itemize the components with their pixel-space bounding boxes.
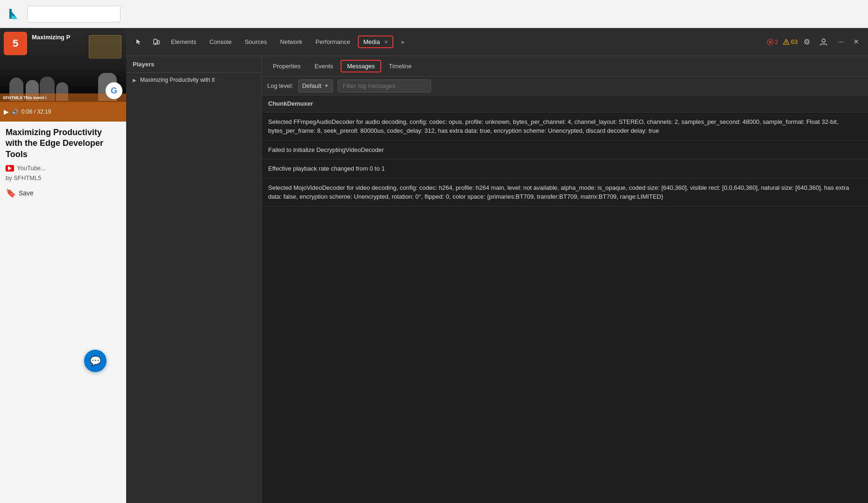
tab-timeline[interactable]: Timeline	[382, 60, 418, 72]
save-button[interactable]: 🔖 Save	[6, 188, 121, 198]
user-button[interactable]	[816, 35, 831, 50]
video-player[interactable]: 5 SFHTML5 This event i G M	[0, 28, 126, 122]
player-arrow-icon: ▶	[133, 78, 136, 83]
error-badge: 2	[767, 38, 778, 45]
tab-events[interactable]: Events	[308, 60, 340, 72]
warn-count: 63	[791, 38, 797, 45]
tab-media[interactable]: Media ×	[358, 36, 394, 48]
tab-elements[interactable]: Elements	[165, 36, 202, 48]
device-toolbar-button[interactable]	[149, 35, 164, 50]
video-title: Maximizing Productivity with the Edge De…	[6, 127, 121, 160]
dropdown-arrow-icon: ▼	[324, 83, 329, 88]
more-options-button[interactable]: ···	[833, 35, 848, 50]
tab-performance[interactable]: Performance	[310, 36, 356, 48]
tab-network[interactable]: Network	[275, 36, 308, 48]
sfhtml5-logo: 5	[4, 32, 27, 55]
log-messages-list: ChunkDemuxer Selected FFmpegAudioDecoder…	[262, 95, 868, 503]
svg-point-2	[155, 43, 156, 44]
close-devtools-button[interactable]: ×	[850, 35, 862, 49]
save-label: Save	[19, 189, 34, 197]
log-entry-text: Effective playback rate changed from 0 t…	[268, 165, 385, 172]
log-level-select[interactable]: Default ▼	[298, 79, 333, 93]
tab-console[interactable]: Console	[204, 36, 237, 48]
bing-logo[interactable]	[6, 6, 22, 22]
svg-rect-1	[157, 41, 159, 44]
more-tabs-button[interactable]: »	[395, 36, 410, 48]
browser-top-bar	[0, 0, 868, 28]
log-entry-playback-rate: Effective playback rate changed from 0 t…	[262, 159, 868, 179]
devtools-panel: Elements Console Sources Network Perform…	[126, 28, 868, 503]
log-entry-text: Failed to initialize DecryptingVideoDeco…	[268, 146, 384, 153]
page-panel: 5 SFHTML5 This event i G M	[0, 28, 126, 503]
log-entry-decrypt-fail: Failed to initialize DecryptingVideoDeco…	[262, 141, 868, 160]
svg-point-7	[786, 43, 786, 43]
log-entry-text: Selected MojoVideoDecoder for video deco…	[268, 184, 849, 201]
player-item-label: Maximizing Productivity with tl	[140, 77, 214, 83]
devtools-body: Players ▶ Maximizing Productivity with t…	[126, 56, 868, 503]
log-entry-ffmpeg-audio: Selected FFmpegAudioDecoder for audio de…	[262, 113, 868, 141]
sfhtml5-banner-text: SFHTML5 This event i	[3, 95, 47, 100]
video-author: by SFHTML5	[6, 174, 121, 181]
tab-properties[interactable]: Properties	[266, 60, 307, 72]
volume-button[interactable]: 🔊	[12, 108, 19, 115]
log-entry-text: Selected FFmpegAudioDecoder for audio de…	[268, 118, 839, 135]
chat-fab[interactable]: 💬	[84, 350, 107, 372]
main-content: 5 SFHTML5 This event i G M	[0, 28, 868, 503]
warning-badge: 63	[783, 38, 797, 45]
google-logo-overlay: G	[106, 82, 122, 99]
log-entry-chunk-demuxer-header: ChunkDemuxer	[262, 95, 868, 113]
players-header: Players	[126, 56, 261, 73]
log-level-bar: Log level: Default ▼	[262, 77, 868, 95]
log-entry-text: ChunkDemuxer	[268, 100, 313, 107]
video-source-text: YouTube...	[17, 165, 46, 172]
log-entry-mojo-video: Selected MojoVideoDecoder for video deco…	[262, 179, 868, 207]
chat-icon: 💬	[90, 355, 101, 366]
error-count: 2	[775, 38, 778, 45]
settings-button[interactable]: ⚙	[799, 35, 814, 50]
video-source: YouTube...	[6, 165, 121, 172]
video-controls[interactable]: ▶ 🔊 0:06 / 32:19	[0, 102, 126, 122]
video-title-overlay: Maximizing P	[32, 34, 70, 41]
address-bar[interactable]	[27, 6, 121, 22]
youtube-icon	[6, 165, 14, 172]
filter-input[interactable]	[338, 79, 431, 93]
messages-panel: Properties Events Messages Timeline Log …	[262, 56, 868, 503]
log-level-value: Default	[302, 82, 321, 89]
play-button[interactable]: ▶	[4, 108, 9, 115]
svg-point-8	[822, 39, 825, 42]
tab-sources[interactable]: Sources	[239, 36, 273, 48]
devtools-toolbar: Elements Console Sources Network Perform…	[126, 28, 868, 56]
close-media-tab-icon[interactable]: ×	[384, 38, 388, 45]
cursor-tool-button[interactable]	[132, 35, 147, 50]
tab-messages[interactable]: Messages	[341, 60, 381, 72]
video-info: Maximizing Productivity with the Edge De…	[0, 122, 126, 503]
sub-tabs: Properties Events Messages Timeline	[262, 56, 868, 77]
time-display: 0:06 / 32:19	[21, 108, 122, 115]
players-sidebar: Players ▶ Maximizing Productivity with t…	[126, 56, 262, 503]
player-item[interactable]: ▶ Maximizing Productivity with tl	[126, 73, 261, 87]
log-level-label: Log level:	[267, 82, 293, 89]
bookmark-icon: 🔖	[6, 188, 16, 198]
